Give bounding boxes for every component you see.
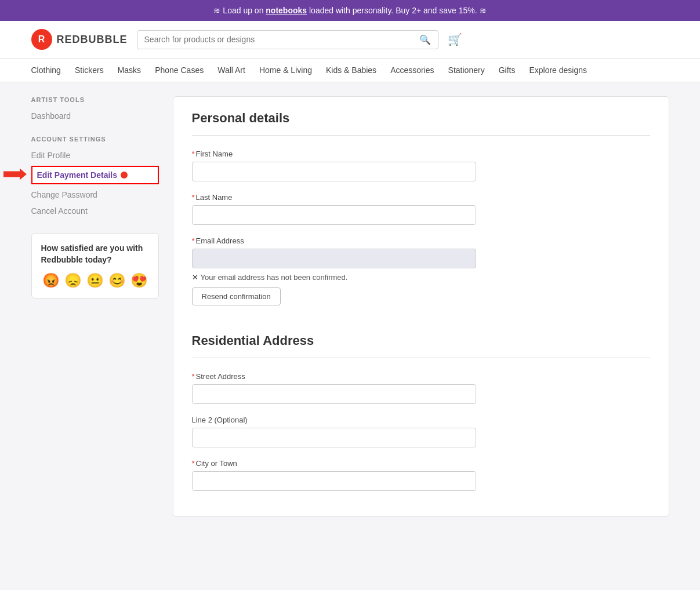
residential-title: Residential Address — [192, 333, 650, 348]
first-name-input[interactable] — [192, 162, 476, 181]
nav-item-stickers[interactable]: Stickers — [75, 59, 104, 82]
required-star-4: * — [192, 372, 195, 381]
emoji-0[interactable]: 😡 — [42, 272, 60, 289]
nav-item-kids-&-babies[interactable]: Kids & Babies — [326, 59, 376, 82]
line2-group: Line 2 (Optional) — [192, 416, 650, 447]
search-icon[interactable]: 🔍 — [419, 34, 431, 45]
sidebar-item-change-password[interactable]: Change Password — [31, 187, 159, 203]
city-label: *City or Town — [192, 459, 650, 468]
page-body: ARTIST TOOLS Dashboard ACCOUNT SETTINGS … — [20, 82, 681, 531]
nav-item-gifts[interactable]: Gifts — [499, 59, 516, 82]
banner-text-after: loaded with personality. Buy 2+ and save… — [307, 6, 477, 15]
nav-item-clothing[interactable]: Clothing — [31, 59, 61, 82]
email-group: *Email Address ✕Your email address has n… — [192, 236, 650, 305]
email-input[interactable] — [192, 249, 476, 268]
last-name-label: *Last Name — [192, 193, 650, 202]
satisfaction-widget: How satisfied are you with Redbubble tod… — [31, 233, 159, 298]
required-star: * — [192, 150, 195, 158]
nav-item-accessories[interactable]: Accessories — [390, 59, 434, 82]
personal-divider — [192, 135, 650, 136]
sidebar-item-cancel-account[interactable]: Cancel Account — [31, 203, 159, 219]
nav-item-wall-art[interactable]: Wall Art — [217, 59, 245, 82]
x-mark: ✕ — [192, 273, 198, 282]
emoji-row: 😡😞😐😊😍 — [41, 272, 149, 289]
emoji-4[interactable]: 😍 — [130, 272, 148, 289]
city-group: *City or Town — [192, 459, 650, 491]
nav-item-phone-cases[interactable]: Phone Cases — [155, 59, 204, 82]
residential-section: Residential Address *Street Address Line… — [192, 333, 650, 491]
banner-notebooks-link[interactable]: notebooks — [266, 6, 307, 15]
emoji-3[interactable]: 😊 — [108, 272, 126, 289]
required-star-5: * — [192, 459, 195, 468]
edit-payment-label: Edit Payment Details — [37, 170, 118, 180]
first-name-group: *First Name — [192, 150, 650, 181]
sidebar-item-edit-payment[interactable]: Edit Payment Details — [31, 166, 159, 184]
banner-icon-left: ≋ — [213, 6, 220, 15]
required-star-2: * — [192, 193, 195, 202]
logo[interactable]: R REDBUBBLE — [31, 29, 128, 50]
header: R REDBUBBLE 🔍 🛒 — [0, 21, 700, 59]
svg-marker-0 — [3, 169, 27, 180]
line2-label: Line 2 (Optional) — [192, 416, 650, 424]
sidebar: ARTIST TOOLS Dashboard ACCOUNT SETTINGS … — [31, 96, 159, 517]
sidebar-item-dashboard[interactable]: Dashboard — [31, 108, 159, 124]
search-input[interactable] — [144, 35, 419, 44]
banner-text-before: Load up on — [223, 6, 266, 15]
edit-payment-wrapper: Edit Payment Details — [31, 166, 159, 184]
nav-item-explore-designs[interactable]: Explore designs — [529, 59, 587, 82]
line2-input[interactable] — [192, 428, 476, 447]
residential-divider — [192, 358, 650, 358]
promo-banner: ≋ Load up on notebooks loaded with perso… — [0, 0, 700, 21]
last-name-input[interactable] — [192, 205, 476, 225]
artist-tools-label: ARTIST TOOLS — [31, 96, 159, 103]
cart-icon[interactable]: 🛒 — [448, 32, 462, 46]
sidebar-item-edit-profile[interactable]: Edit Profile — [31, 147, 159, 163]
last-name-group: *Last Name — [192, 193, 650, 225]
alert-dot — [121, 172, 128, 179]
emoji-2[interactable]: 😐 — [86, 272, 104, 289]
search-bar: 🔍 — [137, 30, 438, 49]
nav-item-home-&-living[interactable]: Home & Living — [259, 59, 312, 82]
nav-item-stationery[interactable]: Stationery — [448, 59, 485, 82]
personal-details-title: Personal details — [192, 111, 650, 126]
emoji-1[interactable]: 😞 — [64, 272, 82, 289]
main-form: Personal details *First Name *Last Name … — [173, 96, 669, 517]
arrow-indicator — [3, 169, 27, 182]
email-warning: ✕Your email address has not been confirm… — [192, 273, 650, 282]
banner-icon-right: ≋ — [480, 6, 487, 15]
logo-icon: R — [31, 29, 52, 50]
street-input[interactable] — [192, 384, 476, 404]
account-settings-label: ACCOUNT SETTINGS — [31, 136, 159, 143]
header-icons: 🛒 — [448, 32, 462, 46]
nav-bar: ClothingStickersMasksPhone CasesWall Art… — [0, 59, 700, 82]
street-label: *Street Address — [192, 372, 650, 381]
first-name-label: *First Name — [192, 150, 650, 158]
email-label: *Email Address — [192, 236, 650, 245]
city-input[interactable] — [192, 471, 476, 491]
satisfaction-title: How satisfied are you with Redbubble tod… — [41, 243, 149, 265]
nav-item-masks[interactable]: Masks — [118, 59, 141, 82]
required-star-3: * — [192, 236, 195, 245]
logo-name: REDBUBBLE — [57, 34, 128, 46]
resend-confirmation-button[interactable]: Resend confirmation — [192, 287, 281, 305]
street-group: *Street Address — [192, 372, 650, 404]
